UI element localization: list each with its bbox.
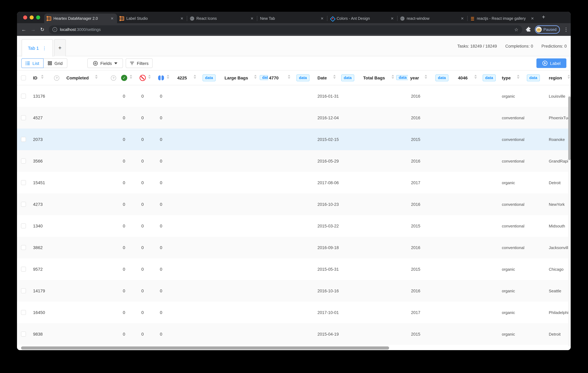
sort-id[interactable] bbox=[41, 75, 43, 79]
cell-completed-ok: 0 bbox=[119, 129, 129, 150]
new-tab-button[interactable]: + bbox=[539, 13, 548, 22]
list-icon bbox=[26, 61, 30, 65]
sort-completed[interactable] bbox=[95, 75, 98, 79]
data-badge: data bbox=[483, 75, 495, 81]
row-checkbox[interactable] bbox=[21, 332, 26, 337]
sort-year[interactable] bbox=[425, 75, 427, 79]
column-completed[interactable]: Completed bbox=[66, 70, 89, 85]
cancelled-icon[interactable] bbox=[140, 70, 146, 85]
table-row[interactable]: 42730002016-10-232016conventionalNewYork bbox=[17, 193, 571, 215]
row-checkbox[interactable] bbox=[21, 137, 26, 142]
url-host: localhost bbox=[60, 27, 76, 32]
row-checkbox[interactable] bbox=[21, 180, 26, 185]
close-tab-icon[interactable]: ✕ bbox=[460, 16, 464, 21]
reload-icon[interactable]: ↻ bbox=[40, 27, 45, 33]
row-checkbox[interactable] bbox=[21, 245, 26, 250]
site-info-icon[interactable]: i bbox=[52, 27, 57, 32]
column-total-bags[interactable]: Total Bags bbox=[363, 70, 385, 85]
table-row[interactable]: 131760002016-01-312016organicLouisville bbox=[17, 85, 571, 107]
sort-4770[interactable] bbox=[288, 75, 290, 79]
browser-tab[interactable]: Heartex DataManager 2.0✕ bbox=[44, 14, 117, 23]
bookmark-star-icon[interactable]: ☆ bbox=[514, 27, 518, 32]
cell-year: 2016 bbox=[410, 280, 420, 302]
column-4770[interactable]: 4770 bbox=[269, 70, 279, 85]
browser-tab[interactable]: react-window✕ bbox=[398, 14, 467, 23]
sort-type[interactable] bbox=[517, 75, 519, 79]
sort-cancelled[interactable] bbox=[148, 75, 151, 79]
address-bar[interactable]: i localhost:3000/settings ☆ bbox=[49, 25, 522, 34]
row-checkbox[interactable] bbox=[21, 202, 26, 207]
close-tab-icon[interactable]: ✕ bbox=[320, 16, 324, 21]
sort-region[interactable] bbox=[568, 75, 570, 79]
sort-completed-ok[interactable] bbox=[130, 75, 132, 79]
zoom-window-button[interactable] bbox=[36, 15, 40, 20]
table-row[interactable]: 154510002017-08-062017organicDetroit bbox=[17, 172, 571, 193]
column-4046[interactable]: 4046 bbox=[458, 70, 468, 85]
vertical-scrollbar-thumb[interactable] bbox=[568, 96, 571, 160]
close-tab-icon[interactable]: ✕ bbox=[110, 16, 114, 21]
vertical-scrollbar[interactable] bbox=[568, 95, 571, 346]
profile-paused-chip[interactable]: Paused bbox=[535, 25, 560, 34]
table-row[interactable]: 95720002015-05-312015organicChicago bbox=[17, 258, 571, 280]
select-all-checkbox[interactable] bbox=[21, 75, 26, 80]
browser-tab[interactable]: New Tab✕ bbox=[257, 14, 327, 23]
completed-check-icon[interactable]: ✓ bbox=[121, 70, 127, 85]
browser-menu-icon[interactable]: ⋮ bbox=[564, 27, 567, 33]
row-checkbox[interactable] bbox=[21, 310, 26, 315]
column-type[interactable]: type bbox=[502, 70, 511, 85]
cell-id: 14179 bbox=[33, 280, 45, 302]
column-4225[interactable]: 4225 bbox=[177, 70, 187, 85]
close-tab-icon[interactable]: ✕ bbox=[250, 16, 254, 21]
minimize-window-button[interactable] bbox=[30, 15, 34, 20]
row-checkbox[interactable] bbox=[21, 288, 26, 293]
extensions-puzzle-icon[interactable] bbox=[526, 27, 531, 32]
row-checkbox[interactable] bbox=[21, 159, 26, 164]
label-button[interactable]: Label bbox=[536, 58, 566, 68]
sort-predictions[interactable] bbox=[167, 75, 169, 79]
grid-view-button[interactable]: Grid bbox=[43, 58, 67, 68]
table-row[interactable]: 38620002016-09-182016conventionalJackson… bbox=[17, 237, 571, 258]
row-checkbox[interactable] bbox=[21, 94, 26, 99]
view-tab-menu-icon[interactable]: ⋮ bbox=[42, 45, 46, 51]
filters-button[interactable]: Filters bbox=[126, 58, 153, 68]
view-tab-1[interactable]: Tab 1 ⋮ bbox=[22, 39, 53, 56]
close-tab-icon[interactable]: ✕ bbox=[530, 16, 535, 21]
sort-total-bags[interactable] bbox=[392, 75, 394, 79]
table-row[interactable]: 141790002016-10-162016organicSeattle bbox=[17, 280, 571, 302]
table-row[interactable]: 98380002015-04-192015organicDetroit bbox=[17, 323, 571, 345]
column-id[interactable]: ID bbox=[33, 70, 37, 85]
column-date[interactable]: Date bbox=[317, 70, 327, 85]
browser-tab[interactable]: Colors - Ant Design✕ bbox=[327, 14, 397, 23]
sort-4046[interactable] bbox=[474, 75, 477, 79]
sort-large-bags[interactable] bbox=[254, 75, 257, 79]
fields-button[interactable]: Fields bbox=[87, 58, 123, 68]
column-region[interactable]: region bbox=[549, 70, 562, 85]
desktop: Heartex DataManager 2.0✕Label Studio✕Rea… bbox=[0, 0, 588, 373]
sort-date[interactable] bbox=[333, 75, 336, 79]
table-row[interactable]: 20730002015-02-152015conventionalRoanoke bbox=[17, 129, 571, 150]
list-view-button[interactable]: List bbox=[21, 58, 43, 68]
close-tab-icon[interactable]: ✕ bbox=[180, 16, 184, 21]
column-large-bags[interactable]: Large Bags bbox=[224, 70, 248, 85]
cell-date: 2015-03-22 bbox=[317, 215, 339, 237]
column-year[interactable]: year bbox=[410, 70, 419, 85]
browser-tab[interactable]: React Icons✕ bbox=[187, 14, 257, 23]
back-icon[interactable]: ← bbox=[21, 27, 27, 32]
row-checkbox[interactable] bbox=[21, 115, 26, 120]
sort-4225[interactable] bbox=[194, 75, 196, 79]
add-view-tab-button[interactable]: + bbox=[54, 39, 66, 56]
row-checkbox[interactable] bbox=[21, 223, 26, 228]
table-row[interactable]: 164500002017-10-012017organicPhiladelphi… bbox=[17, 302, 571, 323]
table-row[interactable]: 45270002016-12-042016conventionalPhoenix… bbox=[17, 107, 571, 129]
cell-region: Detroit bbox=[549, 172, 568, 193]
close-window-button[interactable] bbox=[23, 15, 27, 20]
browser-tab[interactable]: Label Studio✕ bbox=[117, 14, 187, 23]
browser-tab[interactable]: reactjs - React image gallery✕ bbox=[468, 14, 537, 23]
horizontal-scrollbar-thumb[interactable] bbox=[21, 346, 389, 350]
predictions-brain-icon[interactable] bbox=[158, 70, 164, 85]
row-checkbox[interactable] bbox=[21, 267, 26, 272]
table-row[interactable]: 35660002016-05-292016conventionalGrandRa… bbox=[17, 150, 571, 172]
close-tab-icon[interactable]: ✕ bbox=[390, 16, 394, 21]
forward-icon[interactable]: → bbox=[30, 27, 36, 32]
table-row[interactable]: 13400002015-03-222015conventionalMidsout… bbox=[17, 215, 571, 237]
